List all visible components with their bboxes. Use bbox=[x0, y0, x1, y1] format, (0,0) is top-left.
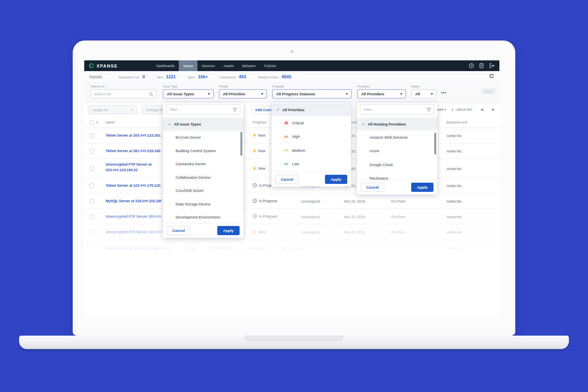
priority-select[interactable]: All Priorities bbox=[219, 89, 267, 98]
chevron-down-icon[interactable]: ▾ bbox=[97, 121, 98, 124]
progress-cell: In Progress bbox=[253, 199, 277, 203]
issue-link[interactable]: Telnet Server at 203.###.123.151:3 bbox=[106, 133, 161, 137]
provider-option[interactable]: Google Cloud bbox=[357, 158, 437, 172]
issue-type-option[interactable]: CouchDB Server bbox=[163, 184, 244, 197]
laptop-camera-icon bbox=[290, 50, 293, 53]
priority-medium-icon bbox=[284, 149, 288, 152]
apply-button[interactable]: Apply bbox=[325, 175, 347, 184]
select-all-checkbox[interactable] bbox=[89, 120, 94, 125]
column-business-unit[interactable]: Business Unit bbox=[447, 120, 467, 124]
priority-option-critical[interactable]: Critical bbox=[271, 116, 351, 130]
apply-button[interactable]: Apply bbox=[217, 226, 240, 235]
issue-type-option-all[interactable]: ✓ All Issue Types bbox=[163, 118, 244, 131]
changelog-icon[interactable] bbox=[479, 63, 484, 68]
progress-cell: New bbox=[253, 230, 265, 234]
providers-select[interactable]: All Providers bbox=[357, 89, 406, 98]
search-icon bbox=[149, 92, 153, 97]
issue-type-filter-input[interactable]: Filter... bbox=[166, 104, 240, 115]
tab-assets[interactable]: Assets bbox=[219, 60, 238, 71]
progress-select[interactable]: All Progress Statuses bbox=[272, 89, 352, 98]
stat-open[interactable]: Open 10k+ bbox=[188, 74, 208, 79]
cancel-button[interactable]: Cancel bbox=[167, 226, 190, 235]
provider-option[interactable]: Amazon Web Services bbox=[357, 130, 437, 144]
progress-cell: In Progress bbox=[208, 246, 233, 250]
priority-label: Priority bbox=[219, 85, 228, 88]
in-progress-clock-icon bbox=[208, 246, 213, 250]
brand-logo[interactable]: XPANSE bbox=[89, 63, 118, 68]
table-row[interactable]: MySQL Server at 119.###.215.169:4 In Pro… bbox=[84, 193, 499, 209]
logout-icon[interactable] bbox=[489, 63, 495, 68]
column-progress[interactable]: Progress bbox=[253, 120, 266, 124]
assign-to-button[interactable]: Assign To ▾ bbox=[88, 105, 137, 114]
row-checkbox[interactable] bbox=[89, 133, 94, 138]
provider-option[interactable]: Rackspace bbox=[357, 172, 437, 180]
issue-link[interactable]: Unencrypted FTP Server at 223.###.123.10… bbox=[106, 162, 153, 173]
row-checkbox[interactable] bbox=[89, 166, 94, 170]
more-filters-button[interactable]: ••• bbox=[441, 91, 447, 95]
issue-link[interactable]: Unencrypted FTP Server 203.###.1 bbox=[106, 214, 161, 218]
page-title: Issues bbox=[89, 74, 102, 79]
issue-link[interactable]: MySQL Server at 119.###.215.169:4 bbox=[106, 199, 161, 203]
issue-type-option[interactable]: Collaboration Device bbox=[163, 171, 244, 184]
reset-button[interactable]: Reset bbox=[481, 88, 496, 95]
check-icon: ✓ bbox=[277, 108, 280, 112]
row-checkbox[interactable] bbox=[89, 149, 94, 153]
issue-type-option[interactable]: Development Environment bbox=[163, 210, 244, 223]
progress-cell: New bbox=[253, 149, 265, 153]
tab-issues[interactable]: Issues bbox=[179, 60, 197, 71]
search-input[interactable]: Search for... bbox=[91, 89, 157, 98]
providers-filter-input[interactable]: Filter... bbox=[360, 104, 434, 115]
tab-services[interactable]: Services bbox=[197, 60, 219, 71]
next-page-button[interactable]: > bbox=[491, 107, 494, 112]
new-bolt-icon bbox=[253, 230, 256, 234]
stat-unassigned[interactable]: Unassigned 453 bbox=[220, 74, 246, 79]
issue-type-option[interactable]: Building Control System bbox=[163, 144, 244, 158]
tab-behavior[interactable]: Behavior bbox=[238, 60, 260, 71]
search-label: Search for... bbox=[91, 85, 106, 88]
table-row[interactable]: Unencrypted FTP Server 203.###.1 In Prog… bbox=[84, 209, 499, 224]
tab-dashboards[interactable]: Dashboards bbox=[152, 60, 179, 71]
row-checkbox[interactable] bbox=[89, 214, 94, 219]
help-icon[interactable]: ? bbox=[469, 63, 474, 68]
issue-type-option[interactable]: Cassandra Server bbox=[163, 157, 244, 171]
stat-ready-to-close[interactable]: Ready to Close 4543 bbox=[258, 74, 291, 79]
chevron-down-icon: ▾ bbox=[445, 108, 446, 111]
row-checkbox[interactable] bbox=[89, 183, 94, 188]
row-checkbox[interactable] bbox=[89, 199, 94, 203]
table-row[interactable]: Unencrypted FTP Server 203.###.1 New Una… bbox=[84, 224, 499, 240]
issue-link[interactable]: Telnet Server at 201.###.215.145:5 bbox=[106, 149, 161, 153]
providers-option-all[interactable]: ✓ All Hosting Providers bbox=[357, 118, 437, 130]
stat-assigned-to-me[interactable]: Assigned to me 0 bbox=[119, 74, 145, 79]
issue-type-label: Issue Type bbox=[163, 85, 177, 88]
issue-link[interactable]: Unencrypted FTP Server 203.###.1 bbox=[106, 230, 161, 234]
priority-low-icon bbox=[284, 162, 288, 166]
row-checkbox[interactable] bbox=[89, 230, 94, 234]
in-progress-clock-icon bbox=[253, 183, 257, 187]
cancel-button[interactable]: Cancel bbox=[275, 175, 299, 184]
status-select[interactable]: All bbox=[411, 89, 437, 98]
top-nav: XPANSE Dashboards Issues Services Assets… bbox=[84, 60, 499, 71]
stat-new[interactable]: New 1221 bbox=[157, 74, 176, 79]
providers-dropdown: Filter... ✓ All Hosting Providers Amazon… bbox=[357, 102, 437, 195]
refresh-icon[interactable] bbox=[489, 73, 494, 80]
app-window: XPANSE Dashboards Issues Services Assets… bbox=[84, 60, 499, 318]
tab-policies[interactable]: Policies bbox=[260, 60, 280, 71]
scrollbar[interactable] bbox=[240, 132, 242, 156]
prev-page-button[interactable]: < bbox=[481, 107, 484, 112]
priority-option-high[interactable]: High bbox=[271, 130, 351, 144]
providers-label: Providers bbox=[357, 85, 370, 88]
table-row-ghost: Telnet Server at 207.###.125.40:XXX Azur… bbox=[84, 240, 499, 257]
cancel-button[interactable]: Cancel bbox=[361, 183, 384, 192]
issue-link[interactable]: Telnet Server at 123.###.179.122:1 bbox=[106, 183, 161, 187]
provider-option[interactable]: Azure bbox=[357, 144, 437, 158]
issue-type-option[interactable]: BACnet Server bbox=[163, 131, 244, 144]
xpanse-logo-icon bbox=[89, 63, 94, 68]
priority-option-medium[interactable]: Medium bbox=[271, 143, 351, 157]
priority-option-low[interactable]: Low bbox=[271, 157, 351, 171]
issue-type-option[interactable]: Data Storage Device bbox=[163, 197, 244, 211]
apply-button[interactable]: Apply bbox=[411, 183, 433, 192]
priority-option-all[interactable]: ✓ All Priorities bbox=[271, 103, 351, 116]
scrollbar[interactable] bbox=[434, 133, 436, 154]
issue-type-select[interactable]: All Issue Types bbox=[163, 89, 214, 98]
column-name[interactable]: Name bbox=[106, 120, 115, 124]
